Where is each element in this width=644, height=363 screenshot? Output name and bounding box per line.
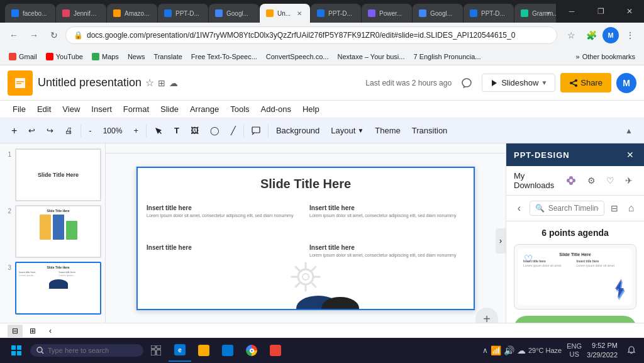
taskbar-app-5[interactable] <box>264 339 287 362</box>
comment-btn[interactable] <box>457 73 477 93</box>
bookmark-translate[interactable]: Translate <box>150 52 186 62</box>
ppt-flower-icon[interactable] <box>562 172 580 189</box>
task-view-btn[interactable] <box>145 339 167 362</box>
taskbar-edge-app[interactable]: e <box>169 339 191 362</box>
grid-view-btn[interactable]: ⊟ <box>8 325 23 337</box>
star-icon[interactable]: ☆ <box>145 77 154 89</box>
menu-help[interactable]: Help <box>297 102 325 116</box>
menu-slide[interactable]: Slide <box>155 102 184 116</box>
menu-edit[interactable]: Edit <box>32 102 56 116</box>
toolbar-text-btn[interactable]: T <box>169 122 184 140</box>
menu-file[interactable]: File <box>8 102 31 116</box>
toolbar-theme-btn[interactable]: Theme <box>370 122 405 140</box>
cloud-icon[interactable]: ☁ <box>169 78 178 88</box>
taskbar-search-input[interactable] <box>48 347 130 354</box>
user-avatar[interactable]: M <box>616 73 636 93</box>
toolbar-comment-btn[interactable] <box>247 122 265 140</box>
menu-addons[interactable]: Add-ons <box>256 102 296 116</box>
ppt-back-btn[interactable]: ‹ <box>513 201 526 216</box>
bookmark-btn[interactable]: ☆ <box>562 26 580 44</box>
volume-icon[interactable]: 🔊 <box>504 345 514 355</box>
forward-btn[interactable]: → <box>25 26 43 44</box>
toolbar-redo-btn[interactable]: ↪ <box>42 122 58 140</box>
bookmark-nextaxe[interactable]: Nextaxe – Your busi... <box>333 52 408 62</box>
presentation-title[interactable]: Untitled presentation <box>38 76 142 89</box>
taskbar-store-app[interactable] <box>216 339 239 362</box>
present-btn[interactable]: Slideshow ▼ <box>482 74 555 92</box>
ppt-heart-icon[interactable]: ♡ <box>602 173 618 188</box>
clock[interactable]: 9:52 PM 3/29/2022 <box>587 341 618 360</box>
taskbar-search[interactable] <box>30 344 143 357</box>
toolbar-zoom-in-btn[interactable]: + <box>128 122 143 140</box>
ppt-home-icon[interactable]: ⌂ <box>625 201 638 216</box>
tab-google1[interactable]: Googl... <box>209 4 259 23</box>
ppt-my-downloads-label[interactable]: My Downloads <box>514 171 557 190</box>
profile-btn[interactable]: M <box>602 27 619 43</box>
toolbar-collapse-btn[interactable]: ▲ <box>620 122 638 140</box>
bookmark-gmail[interactable]: Gmail <box>5 52 41 62</box>
tab-close-icon[interactable]: ✕ <box>297 10 302 17</box>
slide-thumb-3[interactable]: 3 Slide Title Here Insert title hereLore… <box>4 262 101 315</box>
tab-untitled[interactable]: Un... ✕ <box>260 4 310 23</box>
toolbar-zoom-level[interactable]: 100% <box>98 122 128 140</box>
menu-tools[interactable]: Tools <box>225 102 254 116</box>
bookmark-maps[interactable]: Maps <box>88 52 123 62</box>
tab-google2[interactable]: Googl... <box>413 4 463 23</box>
tab-ppt2[interactable]: PPT-D... <box>311 4 361 23</box>
network-icon[interactable]: 📶 <box>491 345 501 355</box>
toolbar-print-btn[interactable]: 🖨 <box>60 122 78 140</box>
menu-view[interactable]: View <box>57 102 85 116</box>
tab-amazon[interactable]: Amazo... <box>107 4 157 23</box>
ppt-search-box[interactable]: 🔍 <box>530 201 604 216</box>
slide-editor[interactable]: Slide Title Here Insert title here Lorem… <box>106 154 506 338</box>
close-btn[interactable]: ✕ <box>615 0 644 23</box>
other-bookmarks-btn[interactable]: » Other bookmarks <box>572 52 640 62</box>
toolbar-zoom-out-btn[interactable]: - <box>84 122 96 140</box>
toolbar-shapes-btn[interactable]: ◯ <box>205 122 225 140</box>
menu-format[interactable]: Format <box>118 102 154 116</box>
toolbar-layout-btn[interactable]: Layout ▼ <box>326 122 369 140</box>
tab-power[interactable]: Power... <box>362 4 412 23</box>
ppt-filter-icon[interactable]: ⊟ <box>608 201 621 216</box>
reload-btn[interactable]: ↻ <box>45 26 63 44</box>
toolbar-add-btn[interactable]: + <box>6 122 22 140</box>
tab-facebook[interactable]: facebo... <box>5 4 55 23</box>
taskbar-chrome-app[interactable] <box>240 339 263 362</box>
tab-ppt1[interactable]: PPT-D... <box>158 4 208 23</box>
toolbar-cursor-btn[interactable] <box>149 122 168 140</box>
ppt-close-btn[interactable]: ✕ <box>624 148 636 161</box>
slide-canvas[interactable]: Slide Title Here Insert title here Lorem… <box>136 166 475 311</box>
menu-arrange[interactable]: Arrange <box>185 102 224 116</box>
toolbar-image-btn[interactable]: 🖼 <box>186 122 204 140</box>
ppt-search-input[interactable] <box>548 204 599 213</box>
slide-thumb-1[interactable]: 1 Slide Title Here <box>4 148 101 201</box>
more-btn[interactable]: ⋮ <box>621 26 639 44</box>
toolbar-transition-btn[interactable]: Transition <box>407 122 453 140</box>
toolbar-background-btn[interactable]: Background <box>271 122 325 140</box>
bookmark-pronunciation[interactable]: 7 English Pronuncia... <box>409 52 484 62</box>
up-arrow-icon[interactable]: ∧ <box>482 346 488 355</box>
maximize-btn[interactable]: ❐ <box>586 0 615 23</box>
address-bar[interactable]: 🔒 docs.google.com/presentation/d/1IW7ryW… <box>65 26 557 44</box>
more-windows-btn[interactable]: ⌄ <box>541 5 556 18</box>
minimize-btn[interactable]: ─ <box>557 0 586 23</box>
slide-thumb-2[interactable]: 2 Slide Title Here <box>4 205 101 258</box>
menu-insert[interactable]: Insert <box>86 102 117 116</box>
tab-ppt3[interactable]: PPT-D... <box>464 4 514 23</box>
taskbar-explorer-app[interactable] <box>192 339 215 362</box>
bookmark-youtube[interactable]: YouTube <box>42 52 87 62</box>
add-to-drive-icon[interactable]: ⊞ <box>158 78 165 88</box>
bookmark-news[interactable]: News <box>124 52 149 62</box>
ppt-like-btn[interactable]: ♡ <box>521 251 536 266</box>
bookmark-convertspeech[interactable]: ConvertSpeech.co... <box>262 52 333 62</box>
filmstrip-view-btn[interactable]: ⊞ <box>25 325 40 337</box>
slideshow-dropdown-icon[interactable]: ▼ <box>541 79 547 86</box>
ppt-send-icon[interactable]: ✈ <box>621 173 636 188</box>
start-btn[interactable] <box>4 338 29 362</box>
bookmark-tts[interactable]: Free Text-To-Speec... <box>187 52 261 62</box>
panel-collapse-btn[interactable]: ‹ <box>43 325 58 337</box>
ppt-settings-icon[interactable]: ⚙ <box>584 173 599 188</box>
toolbar-lines-btn[interactable]: ╱ <box>226 122 241 140</box>
share-btn[interactable]: Share <box>560 73 611 92</box>
extensions-btn[interactable]: 🧩 <box>582 26 600 44</box>
